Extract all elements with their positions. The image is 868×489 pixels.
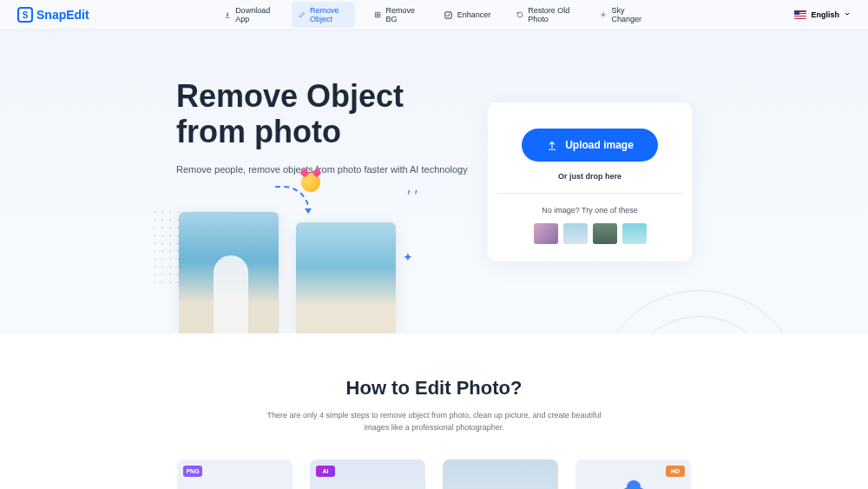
hero-illustration: ′ ′ ✦ — [151, 212, 396, 334]
how-to-section: How to Edit Photo? There are only 4 simp… — [0, 334, 868, 489]
before-image — [179, 212, 279, 334]
steps-row: PNG Upload Image AI HD — [0, 459, 868, 489]
nav-remove-bg[interactable]: Remove BG — [367, 2, 424, 28]
person-figure — [214, 255, 248, 334]
sample-thumbnails — [501, 223, 679, 244]
sample-image-2[interactable] — [563, 223, 588, 244]
nav-enhancer[interactable]: Enhancer — [437, 2, 498, 28]
after-image: ′ ′ ✦ — [296, 222, 396, 334]
drop-hint: Or just drop here — [501, 172, 679, 181]
brand-name: SnapEdit — [36, 8, 89, 22]
hd-badge: HD — [666, 466, 685, 477]
language-selector[interactable]: English — [794, 10, 851, 19]
enhance-icon — [444, 10, 453, 20]
svg-rect-0 — [376, 12, 380, 17]
section-desc: There are only 4 simple steps to remove … — [260, 410, 608, 433]
step-card-4: HD — [575, 459, 691, 489]
step-card-1: PNG Upload Image — [177, 459, 293, 489]
nav-remove-object[interactable]: Remove Object — [292, 2, 355, 28]
main-nav: Download App Remove Object Remove BG Enh… — [217, 2, 651, 28]
upload-button[interactable]: Upload image — [522, 129, 658, 162]
logo-icon: S — [17, 7, 33, 23]
hero-subtitle: Remove people, remove objects from photo… — [176, 164, 468, 175]
step-card-3 — [443, 459, 558, 489]
section-title: How to Edit Photo? — [0, 377, 868, 400]
upload-icon — [546, 139, 558, 151]
nav-download-app[interactable]: Download App — [217, 2, 279, 28]
star-icon: ✦ — [403, 250, 413, 264]
eraser-icon — [299, 10, 306, 20]
nav-sky-changer[interactable]: Sky Changer — [593, 2, 651, 28]
ai-badge: AI — [316, 466, 335, 477]
upload-card: Upload image Or just drop here No image?… — [488, 102, 692, 261]
samples-label: No image? Try one of these — [501, 206, 679, 215]
page-title: Remove Object from photo — [176, 78, 468, 150]
restore-icon — [516, 10, 523, 20]
sky-icon — [600, 10, 607, 20]
emoji-icon — [301, 173, 320, 192]
sparkle-icon: ′ ′ — [407, 188, 418, 206]
flag-icon — [794, 10, 806, 19]
remove-bg-icon — [374, 10, 381, 20]
sample-image-4[interactable] — [622, 223, 647, 244]
chevron-down-icon — [844, 10, 851, 19]
sample-image-3[interactable] — [593, 223, 617, 244]
brand-logo[interactable]: S SnapEdit — [17, 7, 89, 23]
nav-restore[interactable]: Restore Old Photo — [510, 2, 581, 28]
svg-point-2 — [602, 14, 604, 16]
step-card-2: AI — [310, 459, 425, 489]
header: S SnapEdit Download App Remove Object Re… — [0, 0, 868, 30]
png-badge: PNG — [183, 466, 202, 477]
hero-section: Remove Object from photo Remove people, … — [0, 30, 868, 334]
download-icon — [224, 10, 231, 20]
divider — [496, 193, 683, 194]
sample-image-1[interactable] — [534, 223, 558, 244]
